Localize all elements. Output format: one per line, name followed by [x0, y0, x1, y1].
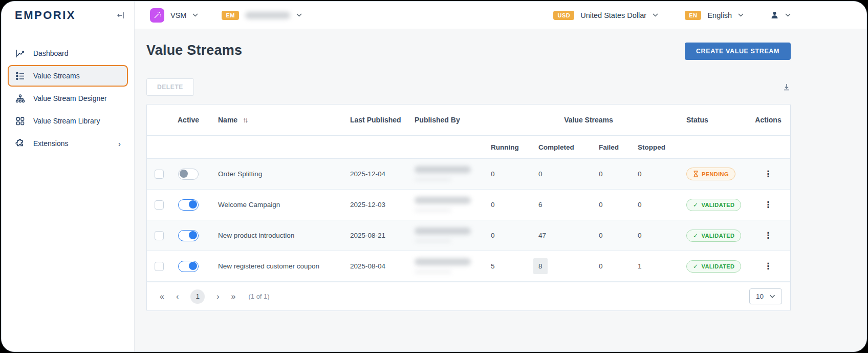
last-page-icon[interactable]: »: [231, 292, 236, 301]
row-checkbox[interactable]: [155, 170, 164, 179]
row-actions-kebab[interactable]: ⋮: [746, 169, 790, 179]
column-header-last-published: Last Published: [350, 116, 415, 124]
sidebar-item-label: Extensions: [33, 139, 68, 148]
column-header-name[interactable]: Name↑↓: [205, 116, 350, 124]
page-size-select[interactable]: 10: [749, 288, 782, 304]
value-stream-name[interactable]: Order Splitting: [218, 170, 262, 178]
chevron-down-icon: [769, 295, 775, 298]
published-by-redacted: [415, 166, 471, 173]
sidebar-item-dashboard[interactable]: Dashboard: [8, 43, 128, 64]
sidebar-item-label: Value Stream Library: [33, 117, 100, 125]
table-row: Welcome Campaign 2025-12-03 0 6 0 0 ✓ VA…: [147, 190, 790, 220]
page-title: Value Streams: [146, 43, 242, 58]
published-by-redacted: [415, 197, 471, 204]
row-checkbox[interactable]: [155, 200, 164, 210]
value-streams-icon: [15, 71, 25, 81]
running-count: 0: [491, 232, 538, 239]
last-published-date: 2025-12-04: [350, 170, 415, 178]
row-checkbox[interactable]: [155, 262, 164, 271]
column-header-active: Active: [171, 116, 205, 124]
column-header-completed: Completed: [538, 143, 599, 151]
value-stream-library-icon: [15, 116, 25, 126]
sidebar-item-value-stream-library[interactable]: Value Stream Library: [8, 110, 128, 132]
pagination: « ‹ 1 › » (1 of 1): [160, 289, 270, 304]
active-toggle[interactable]: [178, 261, 199, 272]
published-by-cell: [415, 227, 491, 244]
emporix-logo: emporix: [15, 9, 76, 22]
row-actions-kebab[interactable]: ⋮: [746, 199, 790, 210]
language-badge: EN: [685, 11, 701, 20]
published-by-redacted: [415, 258, 471, 265]
completed-count: 0: [538, 170, 542, 178]
topbar: VSM EM USD United States Dollar EN Engli…: [135, 2, 866, 29]
column-header-failed: Failed: [599, 143, 638, 151]
row-checkbox[interactable]: [155, 231, 164, 240]
status-badge: ✓ VALIDATED: [686, 230, 741, 242]
value-stream-name[interactable]: Welcome Campaign: [218, 201, 280, 209]
sidebar-collapse-icon[interactable]: [117, 11, 125, 19]
failed-count: 0: [599, 232, 638, 239]
next-page-icon[interactable]: ›: [216, 292, 219, 301]
status-label: PENDING: [702, 171, 729, 177]
sidebar-item-value-stream-designer[interactable]: Value Stream Designer: [8, 88, 128, 109]
download-icon[interactable]: [783, 83, 791, 91]
active-toggle[interactable]: [178, 199, 199, 211]
active-toggle[interactable]: [178, 169, 199, 180]
create-value-stream-button[interactable]: CREATE VALUE STREAM: [685, 43, 791, 60]
sidebar-item-label: Value Streams: [33, 72, 80, 80]
published-by-cell: [415, 166, 491, 182]
extensions-icon: [15, 138, 25, 149]
active-toggle[interactable]: [178, 230, 199, 241]
wand-icon: [150, 8, 164, 23]
stopped-count: 0: [638, 170, 686, 178]
status-label: VALIDATED: [701, 202, 734, 208]
chevron-down-icon: [738, 13, 744, 17]
last-published-date: 2025-08-21: [350, 232, 415, 239]
sidebar-item-value-streams[interactable]: Value Streams: [8, 65, 128, 87]
status-label: VALIDATED: [701, 263, 734, 269]
sidebar-item-label: Value Stream Designer: [33, 94, 107, 102]
language-label: English: [707, 11, 732, 19]
currency-selector[interactable]: USD United States Dollar: [553, 11, 658, 20]
value-stream-name[interactable]: New product introduction: [218, 232, 294, 239]
app-switcher[interactable]: VSM: [150, 8, 198, 23]
sidebar-nav: Dashboard Value Streams Value Stream Des…: [2, 43, 134, 154]
sidebar-item-extensions[interactable]: Extensions ›: [8, 133, 128, 154]
completed-count: 8: [533, 258, 548, 274]
value-stream-name[interactable]: New registered customer coupon: [218, 262, 319, 270]
chevron-down-icon: [192, 13, 198, 17]
column-header-status: Status: [686, 116, 746, 124]
sidebar-header: emporix: [2, 2, 134, 29]
first-page-icon[interactable]: «: [160, 292, 164, 301]
completed-count: 47: [538, 232, 546, 239]
column-group-value-streams: Value Streams: [491, 116, 686, 124]
table-row: Order Splitting 2025-12-04 0 0 0 0 ✓ PEN…: [147, 159, 790, 190]
last-published-date: 2025-08-04: [350, 262, 415, 270]
sort-icon[interactable]: ↑↓: [243, 116, 247, 124]
chevron-right-icon: ›: [118, 139, 121, 148]
running-count: 0: [491, 201, 538, 209]
current-page-button[interactable]: 1: [190, 289, 205, 304]
status-badge: ✓ PENDING: [686, 168, 735, 180]
user-icon: [770, 11, 779, 19]
row-actions-kebab[interactable]: ⋮: [746, 261, 790, 272]
hourglass-icon: [693, 171, 699, 177]
delete-button[interactable]: DELETE: [146, 78, 194, 96]
user-menu[interactable]: [770, 11, 791, 19]
previous-page-icon[interactable]: ‹: [176, 292, 179, 301]
row-actions-kebab[interactable]: ⋮: [746, 230, 790, 241]
toggle-knob: [189, 262, 197, 270]
chevron-down-icon: [785, 13, 791, 17]
language-selector[interactable]: EN English: [685, 11, 744, 20]
tenant-switcher[interactable]: EM: [222, 11, 302, 20]
toggle-knob: [189, 200, 197, 209]
app-name: VSM: [170, 11, 186, 19]
table-row: New product introduction 2025-08-21 0 47…: [147, 220, 790, 251]
tenant-name-redacted: [245, 12, 290, 19]
failed-count: 0: [599, 262, 638, 270]
table-body: Order Splitting 2025-12-04 0 0 0 0 ✓ PEN…: [147, 159, 790, 282]
published-by-cell: [415, 197, 491, 213]
page-info: (1 of 1): [248, 293, 269, 300]
status-label: VALIDATED: [701, 233, 734, 239]
status-badge: ✓ VALIDATED: [686, 199, 741, 211]
